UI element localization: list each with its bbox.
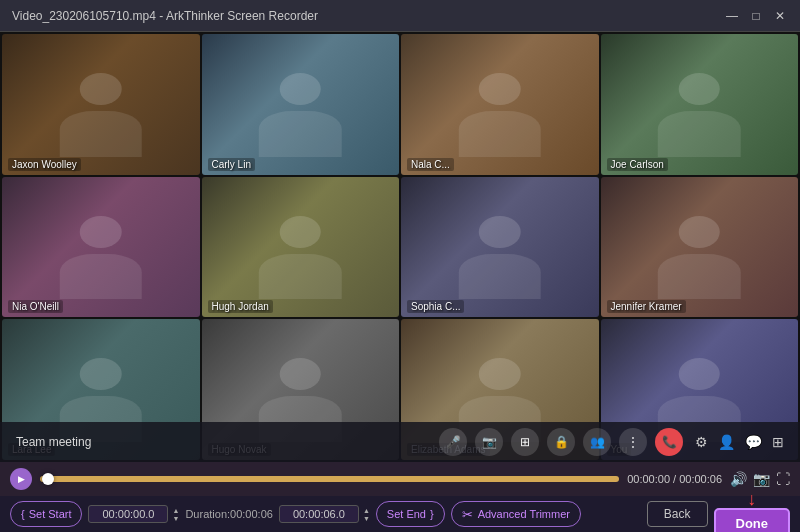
person-silhouette-0 <box>42 65 161 156</box>
camera-button[interactable]: 📷 <box>475 428 503 456</box>
person-head-3 <box>679 73 720 105</box>
expand-icon[interactable]: ⛶ <box>776 471 790 487</box>
participant-name-4: Nia O'Neill <box>8 300 63 313</box>
close-button[interactable]: ✕ <box>772 8 788 24</box>
meeting-controls: 🎤 📷 ⊞ 🔒 👥 ⋮ 📞 <box>439 428 683 456</box>
video-cell-7: Jennifer Kramer <box>601 177 799 318</box>
start-time-down-arrow[interactable]: ▼ <box>172 515 179 522</box>
timeline-thumb[interactable] <box>42 473 54 485</box>
back-button[interactable]: Back <box>647 501 708 527</box>
start-time-group: ▲ ▼ <box>88 505 179 523</box>
video-cell-0: Jaxon Woolley <box>2 34 200 175</box>
timeline-track[interactable] <box>40 476 619 482</box>
person-body-1 <box>259 111 342 157</box>
controls-bar: { Set Start ▲ ▼ Duration:00:00:06 ▲ ▼ Se… <box>0 496 800 532</box>
maximize-button[interactable]: □ <box>748 8 764 24</box>
title-bar-controls: — □ ✕ <box>724 8 788 24</box>
grid-icon[interactable]: ⊞ <box>772 434 784 450</box>
person-head-2 <box>479 73 520 105</box>
person-head-9 <box>280 358 321 390</box>
timeline-area: ▶ 00:00:00 / 00:00:06 🔊 📷 ⛶ <box>0 462 800 496</box>
down-arrow-indicator: ↓ <box>747 490 756 508</box>
start-time-arrows: ▲ ▼ <box>172 507 179 522</box>
person-head-11 <box>679 358 720 390</box>
person-silhouette-4 <box>42 208 161 299</box>
participant-name-0: Jaxon Woolley <box>8 158 81 171</box>
person-body-3 <box>658 111 741 157</box>
person-head-5 <box>280 216 321 248</box>
set-start-label: Set Start <box>29 508 72 520</box>
participant-name-1: Carly Lin <box>208 158 255 171</box>
participants-button[interactable]: 👥 <box>583 428 611 456</box>
participant-name-6: Sophia C... <box>407 300 464 313</box>
side-icons: ⚙ 👤 💬 ⊞ <box>695 434 784 450</box>
person-body-2 <box>458 111 541 157</box>
start-time-input[interactable] <box>88 505 168 523</box>
person-silhouette-5 <box>241 208 360 299</box>
meeting-bottom-bar: Team meeting 🎤 📷 ⊞ 🔒 👥 ⋮ 📞 ⚙ 👤 💬 ⊞ <box>0 422 800 462</box>
video-grid: Jaxon Woolley Carly Lin Nala C... Joe Ca… <box>0 32 800 462</box>
person-head-7 <box>679 216 720 248</box>
advanced-trimmer-label: Advanced Trimmer <box>478 508 570 520</box>
screen-share-button[interactable]: ⊞ <box>511 428 539 456</box>
volume-icon[interactable]: 🔊 <box>730 471 747 487</box>
person-body-4 <box>59 254 142 300</box>
participant-name-7: Jennifer Kramer <box>607 300 686 313</box>
end-time-arrows: ▲ ▼ <box>363 507 370 522</box>
video-cell-1: Carly Lin <box>202 34 400 175</box>
start-time-up-arrow[interactable]: ▲ <box>172 507 179 514</box>
person-body-7 <box>658 254 741 300</box>
done-button-container: ↓ Done <box>714 490 791 532</box>
chat-icon[interactable]: 💬 <box>745 434 762 450</box>
title-bar-text: Video_230206105710.mp4 - ArkThinker Scre… <box>12 9 724 23</box>
set-start-button[interactable]: { Set Start <box>10 501 82 527</box>
person-head-8 <box>80 358 121 390</box>
time-display: 00:00:00 / 00:00:06 <box>627 473 722 485</box>
participant-name-3: Joe Carlson <box>607 158 668 171</box>
end-time-input[interactable] <box>279 505 359 523</box>
video-cell-3: Joe Carlson <box>601 34 799 175</box>
lock-button[interactable]: 🔒 <box>547 428 575 456</box>
people-icon[interactable]: 👤 <box>718 434 735 450</box>
person-silhouette-1 <box>241 65 360 156</box>
video-cell-6: Sophia C... <box>401 177 599 318</box>
person-body-5 <box>259 254 342 300</box>
settings-icon[interactable]: ⚙ <box>695 434 708 450</box>
set-end-label: Set End <box>387 508 426 520</box>
duration-label: Duration:00:00:06 <box>185 508 272 520</box>
snapshot-icon[interactable]: 📷 <box>753 471 770 487</box>
video-cell-2: Nala C... <box>401 34 599 175</box>
person-head-1 <box>280 73 321 105</box>
minimize-button[interactable]: — <box>724 8 740 24</box>
end-time-up-arrow[interactable]: ▲ <box>363 507 370 514</box>
end-time-down-arrow[interactable]: ▼ <box>363 515 370 522</box>
end-time-group: ▲ ▼ <box>279 505 370 523</box>
video-cell-5: Hugh Jordan <box>202 177 400 318</box>
person-head-10 <box>479 358 520 390</box>
done-button[interactable]: Done <box>714 508 791 532</box>
person-silhouette-7 <box>640 208 759 299</box>
play-button[interactable]: ▶ <box>10 468 32 490</box>
end-call-button[interactable]: 📞 <box>655 428 683 456</box>
participant-name-2: Nala C... <box>407 158 454 171</box>
more-options-button[interactable]: ⋮ <box>619 428 647 456</box>
meeting-title: Team meeting <box>16 435 439 449</box>
timeline-icons: 🔊 📷 ⛶ <box>730 471 790 487</box>
microphone-button[interactable]: 🎤 <box>439 428 467 456</box>
person-head-6 <box>479 216 520 248</box>
video-cell-4: Nia O'Neill <box>2 177 200 318</box>
person-silhouette-2 <box>441 65 560 156</box>
person-head-4 <box>80 216 121 248</box>
participant-name-5: Hugh Jordan <box>208 300 273 313</box>
title-bar: Video_230206105710.mp4 - ArkThinker Scre… <box>0 0 800 32</box>
set-end-button[interactable]: Set End } <box>376 501 445 527</box>
set-start-bracket-open: { <box>21 508 25 520</box>
person-body-0 <box>59 111 142 157</box>
person-head-0 <box>80 73 121 105</box>
advanced-trimmer-button[interactable]: ✂ Advanced Trimmer <box>451 501 581 527</box>
set-end-bracket-close: } <box>430 508 434 520</box>
person-body-6 <box>458 254 541 300</box>
person-silhouette-3 <box>640 65 759 156</box>
person-silhouette-6 <box>441 208 560 299</box>
